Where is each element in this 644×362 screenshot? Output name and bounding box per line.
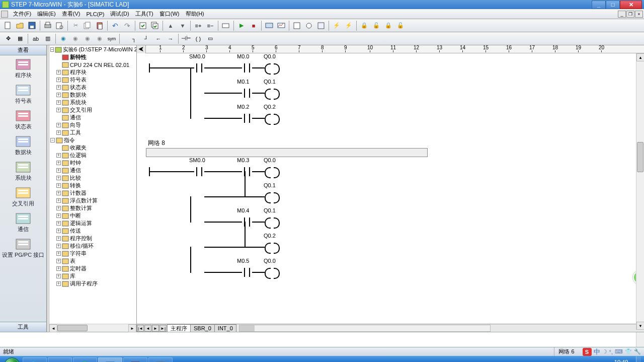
bookmark-prev-icon[interactable]: ◉	[82, 33, 93, 44]
tree-row[interactable]: +字符串	[49, 250, 136, 257]
tab-nav-last-icon[interactable]: ►|	[159, 325, 167, 332]
menu-view[interactable]: 查看(V)	[59, 9, 84, 19]
taskbar-app-1[interactable]	[23, 357, 47, 362]
taskbar-step7[interactable]	[98, 357, 122, 362]
toggle-tree-icon[interactable]: ⮜	[137, 45, 146, 53]
nav-item-1[interactable]: 符号表	[0, 81, 46, 107]
ime-skin-icon[interactable]: 👕	[625, 348, 632, 355]
tree-row[interactable]: +符号表	[49, 76, 136, 84]
open-file-icon[interactable]	[15, 20, 26, 31]
nav-item-4[interactable]: 系统块	[0, 158, 46, 184]
scroll-left-icon[interactable]: ◄	[49, 324, 57, 332]
mdi-icon[interactable]	[1, 11, 8, 18]
output-window[interactable]	[0, 332, 644, 347]
insert-row-icon[interactable]: ≡+	[193, 20, 204, 31]
tree-expando-icon[interactable]: +	[56, 100, 61, 105]
contact-icon[interactable]: ⊣⊢	[181, 33, 192, 44]
tree-expando-icon[interactable]: +	[56, 176, 61, 180]
ladder-coil[interactable]	[265, 114, 280, 123]
tree-expando-icon[interactable]: +	[56, 123, 61, 127]
ladder-rung[interactable]: M0.5Q0.0	[144, 259, 436, 284]
write-all-icon[interactable]	[315, 20, 327, 31]
ladder-rung[interactable]: Q0.1	[144, 183, 436, 208]
taskbar-ie[interactable]	[73, 357, 97, 362]
chart-status-icon[interactable]	[291, 20, 302, 31]
navbar-bottom[interactable]: 工具	[0, 322, 46, 332]
show-desktop-button[interactable]	[636, 356, 641, 362]
nav-item-3[interactable]: 数据块	[0, 132, 46, 158]
ladder-coil[interactable]	[265, 63, 280, 73]
close-button[interactable]: ✕	[620, 1, 642, 9]
lock-icon[interactable]: 🔒	[359, 20, 370, 31]
network-title-input[interactable]	[146, 148, 428, 157]
ladder-coil[interactable]	[265, 167, 280, 176]
tree-expando-icon[interactable]: +	[56, 85, 61, 90]
ime-punct-icon[interactable]: °,	[609, 349, 613, 355]
ime-keyboard-icon[interactable]: ⌨	[615, 348, 623, 355]
ladder-rung[interactable]: SM0.0M0.0Q0.0	[144, 54, 436, 80]
download-icon[interactable]: ▼	[177, 20, 188, 31]
tree-expando-icon[interactable]: +	[56, 229, 61, 233]
maximize-button[interactable]: □	[606, 1, 620, 9]
bookmark-next-icon[interactable]: ◉	[70, 33, 81, 44]
compile-icon[interactable]	[137, 20, 148, 31]
tree-row[interactable]: +交叉引用	[49, 106, 136, 114]
ladder-coil[interactable]	[265, 192, 280, 201]
tree-row[interactable]: +库	[49, 272, 136, 280]
ladder-contact[interactable]	[194, 166, 204, 176]
tree-row[interactable]: CPU 224 CN REL 02.01	[49, 61, 136, 68]
ladder-coil[interactable]	[265, 218, 280, 227]
ladder-canvas[interactable]: SM0.0M0.0Q0.0M0.1Q0.1M0.2Q0.2网络 8SM0.0M0…	[137, 53, 644, 324]
copy-icon[interactable]	[82, 20, 93, 31]
ladder-contact[interactable]	[242, 62, 252, 73]
upload-icon[interactable]: ▲	[165, 20, 176, 31]
tree-expando-icon[interactable]: +	[56, 266, 61, 271]
minimize-button[interactable]: _	[592, 1, 606, 9]
force-icon[interactable]: ⚡	[331, 20, 342, 31]
tree-row[interactable]: +转换	[49, 182, 136, 189]
start-button[interactable]	[2, 356, 22, 362]
tree-expando-icon[interactable]: +	[56, 183, 61, 188]
nav-item-7[interactable]: 设置 PG/PC 接口	[0, 235, 46, 261]
ladder-contact[interactable]	[242, 267, 252, 277]
tree-row[interactable]: 通信	[49, 114, 136, 121]
ladder-rung[interactable]: M0.1Q0.1	[144, 80, 436, 105]
ime-cn-icon[interactable]: 中	[594, 347, 600, 356]
ladder-contact[interactable]	[242, 113, 252, 123]
ime-moon-icon[interactable]: ☽	[602, 348, 607, 355]
tree-row[interactable]: +通信	[49, 167, 136, 174]
bookmark-icon[interactable]: ◉	[58, 33, 69, 44]
tree-row[interactable]: +中断	[49, 212, 136, 220]
ladder-contact[interactable]	[242, 216, 252, 227]
wire-right-icon[interactable]: →	[165, 33, 176, 44]
tree-row[interactable]: +比较	[49, 174, 136, 182]
coil-icon[interactable]: ( )	[193, 33, 204, 44]
select-tool-icon[interactable]: ▦	[15, 33, 26, 44]
tab-main[interactable]: 主程序	[167, 324, 191, 332]
bookmark-clear-icon[interactable]: ◉	[94, 33, 105, 44]
tree-row[interactable]: +状态表	[49, 84, 136, 91]
menu-help[interactable]: 帮助(H)	[183, 9, 207, 19]
menu-plc[interactable]: PLC(P)	[83, 10, 107, 18]
tree-expando-icon[interactable]: +	[56, 153, 61, 158]
scroll-right-icon[interactable]: ►	[128, 324, 136, 332]
stop-icon[interactable]: ■	[248, 20, 259, 31]
ladder-contact[interactable]	[242, 88, 252, 98]
tree-expando-icon[interactable]: +	[56, 168, 61, 173]
cut-icon[interactable]: ✂	[70, 20, 81, 31]
tree-row[interactable]: −实验6 (D:\STEP 7-MicroWIN 2 >	[49, 46, 136, 53]
sym-toggle-icon[interactable]: sym	[106, 33, 117, 44]
tray-clock[interactable]: 10:49 2016/7/6	[610, 359, 632, 362]
box-icon[interactable]: ▭	[205, 33, 216, 44]
address-comment-icon[interactable]: ab	[30, 33, 41, 44]
menu-tools[interactable]: 工具(T)	[132, 9, 156, 19]
ladder-contact[interactable]	[242, 166, 252, 176]
tree-row[interactable]: +浮点数计算	[49, 197, 136, 204]
tree-row[interactable]: +工具	[49, 129, 136, 136]
menu-edit[interactable]: 编辑(E)	[34, 9, 59, 19]
mdi-minimize-button[interactable]: _	[618, 11, 626, 18]
tree-expando-icon[interactable]: +	[56, 130, 61, 135]
tab-sbr0[interactable]: SBR_0	[190, 324, 215, 332]
tab-int0[interactable]: INT_0	[214, 324, 236, 332]
ladder-rung[interactable]: M0.2Q0.2	[144, 105, 436, 130]
